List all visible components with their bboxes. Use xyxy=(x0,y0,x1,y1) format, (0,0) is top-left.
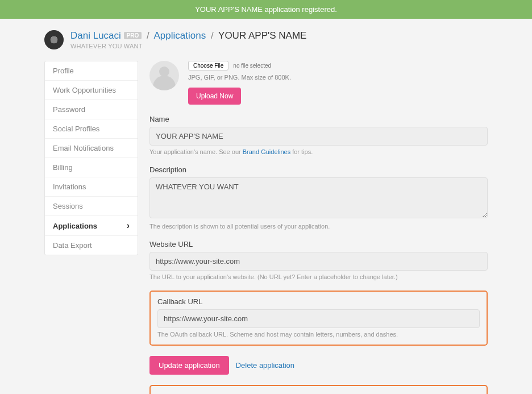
website-label: Website URL xyxy=(149,240,488,248)
callback-hint: The OAuth callback URL. Scheme and host … xyxy=(157,331,480,338)
sidebar-item-label: Data Export xyxy=(53,241,92,250)
website-hint: The URL to your application's website. (… xyxy=(149,273,488,280)
banner-text: YOUR APP'S NAME application registered. xyxy=(195,5,337,14)
sidebar-item-billing[interactable]: Billing xyxy=(45,158,138,177)
sidebar-item-applications[interactable]: Applications › xyxy=(45,216,138,236)
brand-guidelines-link[interactable]: Brand Guidelines xyxy=(243,148,290,155)
app-icon-placeholder xyxy=(149,61,179,90)
sidebar-item-export[interactable]: Data Export xyxy=(45,236,138,255)
sidebar-item-label: Invitations xyxy=(53,183,86,191)
callback-input[interactable] xyxy=(157,309,480,328)
callback-label: Callback URL xyxy=(157,297,480,306)
sidebar-item-social[interactable]: Social Profiles xyxy=(45,119,138,139)
crumb-sep: / xyxy=(211,30,214,41)
sidebar-item-password[interactable]: Password xyxy=(45,100,138,119)
website-input[interactable] xyxy=(149,252,488,271)
sidebar-item-label: Work Opportunities xyxy=(53,86,116,94)
credentials-highlight: Client ID e9e05f34735030b503cf2954eb63a4… xyxy=(149,385,488,394)
sidebar-item-label: Billing xyxy=(53,163,73,172)
description-hint: The description is shown to all potentia… xyxy=(149,223,488,230)
sidebar-item-label: Applications xyxy=(53,222,97,230)
file-status-label: no file selected xyxy=(233,63,271,69)
sidebar-item-label: Sessions xyxy=(53,202,83,210)
description-label: Description xyxy=(149,165,488,174)
sidebar-item-label: Profile xyxy=(53,67,74,75)
name-label: Name xyxy=(149,115,488,123)
crumb-user[interactable]: Dani Lucaci xyxy=(70,30,121,41)
sidebar-item-label: Email Notifications xyxy=(53,144,114,152)
sidebar-item-work[interactable]: Work Opportunities xyxy=(45,81,138,100)
callback-highlight: Callback URL The OAuth callback URL. Sch… xyxy=(149,291,488,346)
name-hint: Your application's name. See our Brand G… xyxy=(149,148,488,155)
crumb-applications[interactable]: Applications xyxy=(154,30,206,41)
notification-banner: YOUR APP'S NAME application registered. xyxy=(0,0,532,19)
page-header: Dani Lucaci PRO / Applications / YOUR AP… xyxy=(44,30,488,49)
name-input[interactable] xyxy=(149,127,488,146)
delete-application-link[interactable]: Delete application xyxy=(236,361,294,370)
sidebar-item-label: Password xyxy=(53,105,85,114)
sidebar-item-label: Social Profiles xyxy=(53,125,99,133)
settings-sidebar: Profile Work Opportunities Password Soci… xyxy=(44,61,138,255)
sidebar-item-sessions[interactable]: Sessions xyxy=(45,197,138,216)
pro-badge: PRO xyxy=(124,32,142,39)
user-avatar[interactable] xyxy=(44,30,64,49)
crumb-sep: / xyxy=(147,30,149,41)
choose-file-button[interactable]: Choose File xyxy=(188,61,228,70)
main-content: Choose File no file selected JPG, GIF, o… xyxy=(149,61,488,394)
description-input[interactable] xyxy=(149,177,488,218)
chevron-right-icon: › xyxy=(127,221,130,230)
sidebar-item-email[interactable]: Email Notifications xyxy=(45,139,138,158)
upload-hint: JPG, GIF, or PNG. Max size of 800K. xyxy=(188,74,488,81)
page-subtitle: WHATEVER YOU WANT xyxy=(70,43,306,49)
sidebar-item-profile[interactable]: Profile xyxy=(45,61,138,81)
update-application-button[interactable]: Update application xyxy=(149,356,229,375)
breadcrumb: Dani Lucaci PRO / Applications / YOUR AP… xyxy=(70,30,306,42)
crumb-current: YOUR APP'S NAME xyxy=(218,30,306,41)
upload-now-button[interactable]: Upload Now xyxy=(188,88,241,105)
sidebar-item-invitations[interactable]: Invitations xyxy=(45,177,138,197)
